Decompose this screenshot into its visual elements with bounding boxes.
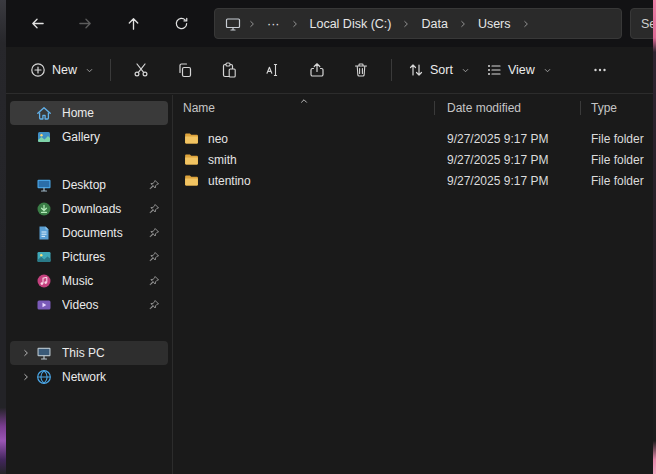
navigation-bar: ··· Local Disk (C:) Data Users Se bbox=[6, 0, 653, 47]
sidebar-item-this-pc[interactable]: This PC bbox=[10, 341, 168, 365]
up-button[interactable] bbox=[116, 7, 150, 41]
sidebar-item-label: Network bbox=[62, 370, 162, 384]
search-text: Se bbox=[641, 17, 653, 31]
folder-icon bbox=[183, 131, 200, 146]
column-header-name[interactable]: Name bbox=[173, 95, 435, 121]
file-row-smith[interactable]: smith 9/27/2025 9:17 PM File folder bbox=[173, 149, 653, 170]
more-options-button[interactable] bbox=[578, 54, 622, 86]
paste-button[interactable] bbox=[207, 54, 251, 86]
chevron-down-icon bbox=[543, 66, 552, 75]
sort-button[interactable]: Sort bbox=[400, 54, 478, 86]
file-type: File folder bbox=[581, 153, 653, 167]
new-button[interactable]: New bbox=[22, 54, 102, 86]
rename-button[interactable] bbox=[251, 54, 295, 86]
file-row-utentino[interactable]: utentino 9/27/2025 9:17 PM File folder bbox=[173, 170, 653, 191]
breadcrumb-chevron-icon[interactable] bbox=[458, 19, 468, 29]
breadcrumb-chevron-icon[interactable] bbox=[401, 19, 411, 29]
search-box[interactable]: Se bbox=[630, 8, 653, 39]
sort-ascending-icon bbox=[299, 96, 309, 106]
refresh-icon bbox=[174, 16, 189, 31]
view-list-icon bbox=[486, 62, 502, 78]
chevron-down-icon bbox=[85, 66, 94, 75]
sidebar-item-label: Desktop bbox=[62, 178, 148, 192]
breadcrumb-item[interactable]: Local Disk (C:) bbox=[304, 17, 398, 31]
sidebar-item-label: Downloads bbox=[62, 202, 148, 216]
sidebar-item-pictures[interactable]: Pictures bbox=[10, 245, 168, 269]
breadcrumb-item[interactable]: Data bbox=[415, 17, 453, 31]
scissors-icon bbox=[133, 62, 149, 78]
address-bar[interactable]: ··· Local Disk (C:) Data Users bbox=[214, 8, 622, 39]
forward-button[interactable] bbox=[68, 7, 102, 41]
chevron-slot bbox=[16, 341, 36, 365]
column-header-label: Date modified bbox=[447, 101, 521, 115]
refresh-button[interactable] bbox=[164, 7, 198, 41]
chevron-slot bbox=[16, 245, 36, 269]
breadcrumb-chevron-icon[interactable] bbox=[290, 19, 300, 29]
breadcrumb-overflow[interactable]: ··· bbox=[261, 17, 286, 31]
this-pc-icon bbox=[36, 345, 52, 361]
pin-icon bbox=[148, 203, 160, 215]
this-pc-icon bbox=[225, 16, 241, 32]
expand-chevron-icon[interactable] bbox=[21, 348, 31, 358]
sidebar-item-downloads[interactable]: Downloads bbox=[10, 197, 168, 221]
trash-icon bbox=[353, 62, 369, 78]
forward-arrow-icon bbox=[78, 16, 93, 31]
file-date-modified: 9/27/2025 9:17 PM bbox=[435, 174, 581, 188]
column-header-type[interactable]: Type bbox=[581, 95, 653, 121]
sidebar-item-gallery[interactable]: Gallery bbox=[10, 125, 168, 149]
column-header-label: Name bbox=[183, 101, 215, 115]
file-rows: neo 9/27/2025 9:17 PM File folder smith … bbox=[173, 121, 653, 191]
file-type: File folder bbox=[581, 174, 653, 188]
pin-icon bbox=[148, 227, 160, 239]
sidebar-item-documents[interactable]: Documents bbox=[10, 221, 168, 245]
file-name: neo bbox=[208, 132, 228, 146]
back-button[interactable] bbox=[20, 7, 54, 41]
toolbar-divider bbox=[391, 59, 392, 81]
file-type: File folder bbox=[581, 132, 653, 146]
sidebar-item-desktop[interactable]: Desktop bbox=[10, 173, 168, 197]
delete-button[interactable] bbox=[339, 54, 383, 86]
sidebar-item-music[interactable]: Music bbox=[10, 269, 168, 293]
ellipsis-icon bbox=[592, 62, 608, 78]
expand-chevron-icon[interactable] bbox=[21, 372, 31, 382]
paste-icon bbox=[221, 62, 237, 78]
folder-icon bbox=[183, 173, 200, 188]
view-button-label: View bbox=[508, 63, 535, 77]
sidebar-item-label: Documents bbox=[62, 226, 148, 240]
pin-icon bbox=[148, 179, 160, 191]
breadcrumb-root[interactable] bbox=[223, 16, 243, 32]
file-row-neo[interactable]: neo 9/27/2025 9:17 PM File folder bbox=[173, 128, 653, 149]
share-button[interactable] bbox=[295, 54, 339, 86]
sort-icon bbox=[408, 62, 424, 78]
chevron-slot bbox=[16, 365, 36, 389]
copy-button[interactable] bbox=[163, 54, 207, 86]
breadcrumb-chevron-icon[interactable] bbox=[521, 19, 531, 29]
back-arrow-icon bbox=[30, 16, 45, 31]
chevron-slot bbox=[16, 125, 36, 149]
view-button[interactable]: View bbox=[478, 54, 560, 86]
pin-icon bbox=[148, 299, 160, 311]
file-name-cell: utentino bbox=[173, 173, 435, 188]
screen: ··· Local Disk (C:) Data Users Se New bbox=[0, 0, 656, 474]
chevron-slot bbox=[16, 293, 36, 317]
file-list-panel: Name Date modified Type neo bbox=[172, 95, 653, 474]
sidebar-item-network[interactable]: Network bbox=[10, 365, 168, 389]
home-icon bbox=[36, 105, 52, 121]
copy-icon bbox=[177, 62, 193, 78]
cut-button[interactable] bbox=[119, 54, 163, 86]
breadcrumb-item[interactable]: Users bbox=[472, 17, 517, 31]
pin-icon bbox=[148, 251, 160, 263]
pictures-icon bbox=[36, 249, 52, 265]
column-header-date-modified[interactable]: Date modified bbox=[435, 95, 581, 121]
folder-icon bbox=[183, 152, 200, 167]
breadcrumb-chevron-icon[interactable] bbox=[247, 19, 257, 29]
share-icon bbox=[309, 62, 325, 78]
new-button-label: New bbox=[52, 63, 77, 77]
sidebar-section-gap bbox=[6, 149, 172, 173]
music-icon bbox=[36, 273, 52, 289]
rename-icon bbox=[265, 62, 281, 78]
sidebar-item-label: Gallery bbox=[62, 130, 162, 144]
plus-circle-icon bbox=[30, 62, 46, 78]
sidebar-item-videos[interactable]: Videos bbox=[10, 293, 168, 317]
sidebar-item-home[interactable]: Home bbox=[10, 101, 168, 125]
